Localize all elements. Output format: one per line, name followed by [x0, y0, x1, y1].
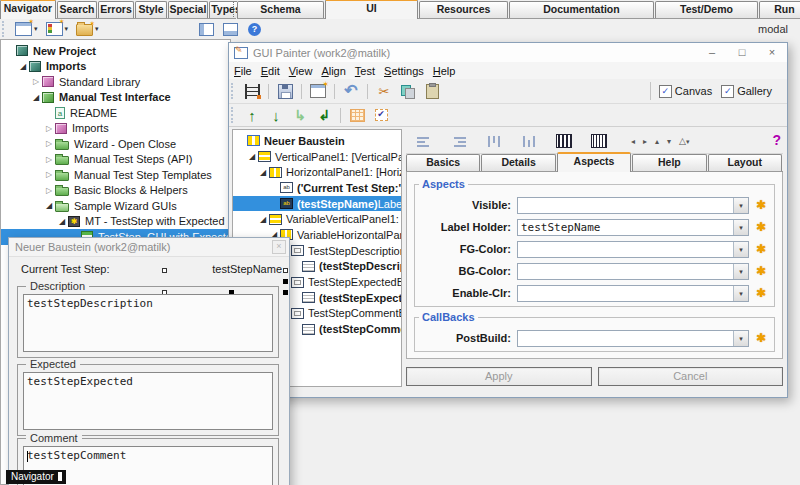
collapse-icon[interactable] [257, 215, 269, 224]
selection-handle[interactable] [283, 290, 288, 295]
aspect-star-icon[interactable] [754, 286, 768, 300]
paste-button[interactable] [422, 82, 442, 100]
tree-item[interactable]: MT - TestStep with Expected [1, 214, 230, 230]
widget-tree-item[interactable]: VariableVerticalPanel1: [Variab [233, 211, 401, 227]
tree-item[interactable]: New Project [1, 43, 230, 59]
grid-button[interactable] [347, 106, 367, 124]
collapse-icon[interactable] [56, 217, 68, 226]
description-textarea[interactable]: testStepDescription [23, 294, 273, 352]
tab-resources[interactable]: Resources [419, 1, 508, 18]
tab-errors[interactable]: Errors [98, 1, 134, 18]
aspect-star-icon[interactable] [754, 331, 768, 345]
menu-help[interactable]: Help [433, 65, 456, 77]
props-tab-aspects[interactable]: Aspects [557, 152, 631, 172]
tab-ui[interactable]: UI [325, 0, 418, 19]
new-folder-dropdown-button[interactable]: ▾ [74, 20, 101, 38]
save-button[interactable] [275, 82, 295, 100]
props-tab-help[interactable]: Help [632, 154, 706, 171]
tree-item[interactable]: Standard Library [1, 74, 230, 90]
move-up-button[interactable] [242, 106, 262, 124]
tree-item[interactable]: Basic Blocks & Helpers [1, 183, 230, 199]
dropdown-button[interactable] [733, 286, 748, 301]
widget-tree-item[interactable]: Neuer Baustein [233, 133, 401, 149]
props-tab-layout[interactable]: Layout [708, 154, 782, 171]
copy-button[interactable] [398, 82, 418, 100]
expand-icon[interactable] [43, 170, 55, 179]
collapse-icon[interactable] [43, 201, 55, 210]
form-titlebar[interactable]: Neuer Baustein (work2@matilk) × [9, 238, 289, 257]
widget-tree-item[interactable]: ('Current Test Step:') Lab [233, 180, 401, 196]
new-view-dropdown-button[interactable]: ▾ [13, 20, 40, 38]
fg-color-combo[interactable] [517, 241, 749, 258]
visible-combo[interactable] [517, 197, 749, 214]
props-tab-basics[interactable]: Basics [406, 154, 480, 171]
help-button[interactable]: ? [772, 132, 781, 148]
expand-icon[interactable] [43, 186, 55, 195]
menu-align[interactable]: Align [321, 65, 345, 77]
gallery-checkbox[interactable] [721, 85, 734, 98]
widget-tree-item[interactable]: HorizontalPanel1: [HorizontalP [233, 164, 401, 180]
up-button[interactable]: ▴ [655, 137, 659, 146]
tree-item[interactable]: Imports [1, 121, 230, 137]
raise-dropdown-button[interactable] [679, 136, 689, 146]
widget-tree-item[interactable]: VerticalPanel1: [VerticalPanelView] [233, 149, 401, 165]
dropdown-button[interactable] [733, 264, 748, 279]
painter-titlebar[interactable]: GUI Painter (work2@matilk) – □ × [229, 43, 787, 63]
expand-icon[interactable] [43, 124, 55, 133]
dropdown-button[interactable] [733, 198, 748, 213]
aspect-star-icon[interactable] [754, 220, 768, 234]
cancel-button[interactable]: Cancel [598, 367, 784, 386]
aspect-star-icon[interactable] [754, 198, 768, 212]
new-window-button[interactable] [308, 82, 328, 100]
distribute-v-button[interactable] [589, 132, 609, 150]
collapse-icon[interactable] [257, 168, 269, 177]
bg-color-combo[interactable] [517, 263, 749, 280]
tab-documentation[interactable]: Documentation [509, 1, 654, 18]
menu-settings[interactable]: Settings [384, 65, 424, 77]
tab-schema[interactable]: Schema [237, 1, 324, 18]
down-button[interactable]: ▾ [667, 137, 671, 146]
selection-handle[interactable] [283, 268, 288, 273]
tree-item[interactable]: README [1, 105, 230, 121]
dropdown-button[interactable] [733, 220, 748, 235]
maximize-button[interactable]: □ [727, 44, 757, 62]
tree-item[interactable]: Imports [1, 59, 230, 75]
panel-left-button[interactable] [197, 20, 217, 38]
canvas-checkbox[interactable] [659, 85, 672, 98]
apply-button[interactable]: Apply [406, 367, 592, 386]
move-in-button[interactable] [290, 106, 310, 124]
menu-test[interactable]: Test [355, 65, 375, 77]
menu-view[interactable]: View [289, 65, 313, 77]
menu-file[interactable]: File [234, 65, 252, 77]
align-left-button[interactable] [414, 132, 434, 150]
props-tab-details[interactable]: Details [481, 154, 555, 171]
tab-navigator[interactable]: Navigator [0, 0, 56, 19]
label-holder-combo[interactable]: testStepName [517, 219, 749, 236]
enable-clr-combo[interactable] [517, 285, 749, 302]
tree-item[interactable]: Sample Wizard GUIs [1, 198, 230, 214]
selection-handle[interactable] [283, 279, 288, 284]
new-list-dropdown-button[interactable]: ▾ [44, 20, 71, 38]
close-button[interactable]: × [757, 44, 787, 62]
tab-style[interactable]: Style [135, 1, 167, 18]
gallery-button[interactable] [242, 82, 262, 100]
tab-test-demo[interactable]: Test/Demo [655, 1, 758, 18]
checkbox-button[interactable] [371, 106, 391, 124]
menu-edit[interactable]: Edit [261, 65, 280, 77]
collapse-icon[interactable] [30, 93, 42, 102]
panel-bottom-button[interactable] [221, 20, 241, 38]
expected-textarea[interactable]: testStepExpected [23, 372, 273, 430]
next-button[interactable]: ▸ [643, 137, 647, 146]
align-bottom-button[interactable] [519, 132, 539, 150]
help-blue-button[interactable] [245, 20, 265, 38]
form-close-button[interactable]: × [272, 240, 286, 254]
undo-button[interactable] [341, 82, 361, 100]
align-top-button[interactable] [484, 132, 504, 150]
tab-run[interactable]: Run [759, 1, 800, 18]
dropdown-button[interactable] [733, 331, 748, 346]
tree-item[interactable]: Manual Test Steps (API) [1, 152, 230, 168]
collapse-icon[interactable] [246, 152, 258, 161]
distribute-h-button[interactable] [554, 132, 574, 150]
cut-button[interactable] [374, 82, 394, 100]
expand-icon[interactable] [43, 155, 55, 164]
